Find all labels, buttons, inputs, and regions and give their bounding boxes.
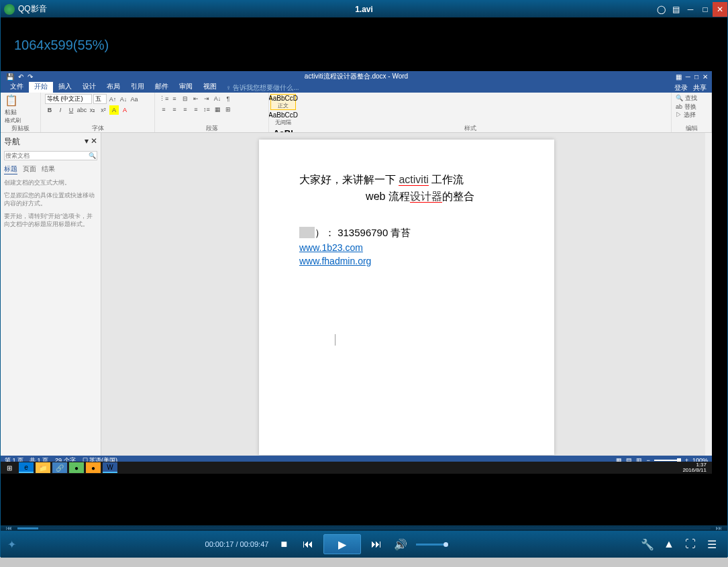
nav-tab-headings[interactable]: 标题 <box>4 164 17 174</box>
shading-icon[interactable]: ▦ <box>213 105 222 114</box>
tab-insert[interactable]: 插入 <box>53 81 77 93</box>
word-maximize-button[interactable]: □ <box>694 73 698 81</box>
app-icon-1[interactable]: 🔗 <box>52 462 67 473</box>
word-taskbar-icon[interactable]: W <box>103 462 117 473</box>
clear-format-icon[interactable]: Aa <box>129 95 139 104</box>
tell-me[interactable]: 告诉我您想要做什么... <box>233 84 299 91</box>
tab-home[interactable]: 开始 <box>29 81 53 93</box>
align-right-icon[interactable]: ≡ <box>180 105 190 114</box>
undo-icon[interactable]: ↶ <box>18 73 23 81</box>
ribbon-tabs: 文件 开始 插入 设计 布局 引用 邮件 审阅 视图 ♀ 告诉我您想要做什么..… <box>1 82 712 93</box>
vertical-scrollbar[interactable] <box>705 133 712 456</box>
document-area[interactable]: 大家好，来讲解一下 activiti 工作流 web 流程设计器的整合 ）： 3… <box>101 133 712 456</box>
link-fhadmin[interactable]: www.fhadmin.org <box>299 256 371 266</box>
tab-file[interactable]: 文件 <box>5 81 29 93</box>
underline-icon[interactable]: U <box>66 105 76 115</box>
tab-layout[interactable]: 布局 <box>101 81 125 93</box>
effects-icon[interactable]: ✦ <box>7 538 16 551</box>
font-size-select[interactable]: 五 <box>93 94 107 104</box>
explorer-icon[interactable]: 📁 <box>36 462 50 473</box>
subscript-icon[interactable]: x₂ <box>88 105 97 115</box>
word-minimize-button[interactable]: ─ <box>686 73 690 81</box>
video-display[interactable]: 1064x599(55%) 💾 ↶ ↷ activiti流程设计器整合.docx… <box>1 17 727 525</box>
format-painter[interactable]: 格式刷 <box>5 117 36 124</box>
font-color-icon[interactable]: A <box>120 105 129 115</box>
sort-icon[interactable]: A↓ <box>213 94 222 103</box>
sign-in[interactable]: 登录 <box>674 83 688 93</box>
align-left-icon[interactable]: ≡ <box>159 105 168 114</box>
volume-slider[interactable] <box>416 544 450 546</box>
tab-mailings[interactable]: 邮件 <box>150 81 174 93</box>
maximize-button[interactable]: □ <box>698 2 713 17</box>
italic-icon[interactable]: I <box>56 105 65 115</box>
previous-button[interactable]: ⏮ <box>299 535 317 553</box>
justify-icon[interactable]: ≡ <box>191 105 201 114</box>
bold-icon[interactable]: B <box>45 105 54 115</box>
minimize-button[interactable]: ─ <box>683 2 698 17</box>
nav-tab-results[interactable]: 结果 <box>42 164 55 174</box>
increase-indent-icon[interactable]: ⇥ <box>202 94 211 103</box>
seek-bar[interactable]: ⏮ ⏭ <box>1 525 727 531</box>
tab-review[interactable]: 审阅 <box>174 81 198 93</box>
tab-references[interactable]: 引用 <box>125 81 150 93</box>
borders-icon[interactable]: ⊞ <box>223 105 233 114</box>
app-icon-3[interactable]: ● <box>86 462 101 473</box>
document-page[interactable]: 大家好，来讲解一下 activiti 工作流 web 流程设计器的整合 ）： 3… <box>259 140 554 455</box>
increase-font-icon[interactable]: A↑ <box>108 95 117 104</box>
close-button[interactable]: ✕ <box>713 2 727 17</box>
spell-error[interactable]: activiti <box>399 174 428 186</box>
nav-search[interactable]: 🔍 <box>4 151 97 160</box>
strike-icon[interactable]: abc <box>77 105 87 115</box>
open-icon[interactable]: ▲ <box>660 535 678 553</box>
style-正文[interactable]: AaBbCcD正文 <box>270 94 296 110</box>
edge-icon[interactable]: e <box>19 462 34 473</box>
clipboard-label: 剪贴板 <box>1 124 40 132</box>
show-marks-icon[interactable]: ¶ <box>223 94 233 103</box>
taskbar-date[interactable]: 2016/8/11 <box>682 468 707 473</box>
seek-next-icon[interactable]: ⏭ <box>716 525 722 531</box>
highlight-icon[interactable]: A <box>109 105 119 115</box>
volume-icon[interactable]: 🔊 <box>392 535 409 553</box>
paste-button[interactable]: 📋 粘贴 <box>5 94 36 117</box>
settings-icon[interactable]: 🔧 <box>639 535 656 553</box>
share-button[interactable]: 共享 <box>693 83 707 93</box>
spell-error-2[interactable]: 设计器 <box>410 191 442 203</box>
menu-icon[interactable]: ▤ <box>668 2 683 17</box>
tab-view[interactable]: 视图 <box>198 81 222 93</box>
nav-close-icon[interactable]: ✕ <box>91 136 97 146</box>
word-close-button[interactable]: ✕ <box>703 73 708 81</box>
qq-player-window: QQ影音 1.avi ◯ ▤ ─ □ ✕ 1064x599(55%) 💾 ↶ ↷… <box>0 0 728 557</box>
start-button[interactable]: ⊞ <box>2 462 17 473</box>
nav-search-input[interactable] <box>5 152 89 159</box>
align-center-icon[interactable]: ≡ <box>170 105 179 114</box>
line-spacing-icon[interactable]: ↕≡ <box>202 105 211 114</box>
zoom-slider[interactable] <box>654 460 681 461</box>
bullets-icon[interactable]: ⋮≡ <box>159 94 168 103</box>
nav-dropdown-icon[interactable]: ▾ <box>85 136 89 146</box>
select-button[interactable]: ▷ 选择 <box>676 111 707 119</box>
link-1b23[interactable]: www.1b23.com <box>299 242 363 253</box>
find-button[interactable]: 🔍 查找 <box>676 94 707 103</box>
replace-button[interactable]: ab 替换 <box>676 103 707 111</box>
stop-button[interactable]: ■ <box>275 535 293 553</box>
next-button[interactable]: ⏭ <box>368 535 385 553</box>
multilevel-icon[interactable]: ⊟ <box>180 94 190 103</box>
superscript-icon[interactable]: x² <box>99 105 108 115</box>
nav-tab-pages[interactable]: 页面 <box>23 164 36 174</box>
play-button[interactable]: ▶ <box>323 534 361 554</box>
numbering-icon[interactable]: ≡ <box>170 94 179 103</box>
redo-icon[interactable]: ↷ <box>28 73 33 81</box>
app-icon-2[interactable]: ● <box>69 462 84 473</box>
seek-track[interactable] <box>17 527 711 529</box>
feedback-icon[interactable]: ◯ <box>654 2 668 17</box>
playlist-icon[interactable]: ☰ <box>703 535 721 553</box>
save-icon[interactable]: 💾 <box>6 73 14 81</box>
ribbon-options-icon[interactable]: ▦ <box>676 73 682 81</box>
fullscreen-icon[interactable]: ⛶ <box>682 535 699 553</box>
decrease-font-icon[interactable]: A↓ <box>119 95 128 104</box>
seek-prev-icon[interactable]: ⏮ <box>6 525 12 531</box>
decrease-indent-icon[interactable]: ⇤ <box>191 94 201 103</box>
font-family-select[interactable]: 等线 (中文正) <box>45 94 92 104</box>
search-icon[interactable]: 🔍 <box>89 152 96 159</box>
tab-design[interactable]: 设计 <box>77 81 101 93</box>
